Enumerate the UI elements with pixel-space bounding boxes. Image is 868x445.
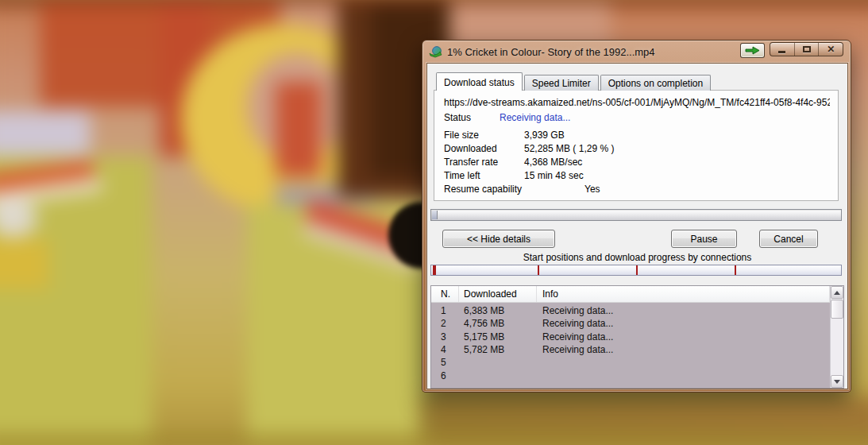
tab-options-on-completion[interactable]: Options on completion (600, 75, 711, 91)
detail-rows: File size 3,939 GB Downloaded 52,285 MB … (444, 128, 830, 195)
status-value: Receiving data... (500, 112, 570, 123)
scrollbar-track[interactable] (831, 319, 843, 375)
column-header-downloaded[interactable]: Downloaded (459, 286, 537, 302)
table-body: 1 6,383 MB Receiving data... 2 4,756 MB … (431, 303, 830, 382)
transfer-rate-value: 4,368 MB/sec (524, 157, 582, 168)
download-url: https://dve-streams.akamaized.net/ns-005… (444, 97, 830, 110)
minimize-icon (778, 51, 785, 53)
row-downloaded: 6,383 MB (459, 305, 537, 316)
hide-details-button[interactable]: << Hide details (442, 230, 555, 248)
tab-download-status[interactable]: Download status (436, 72, 523, 91)
downloaded-value: 52,285 MB ( 1,29 % ) (524, 143, 614, 154)
background-shape (0, 0, 868, 2)
download-details-pane: https://dve-streams.akamaized.net/ns-005… (434, 90, 839, 201)
connection-row-1[interactable]: 1 6,383 MB Receiving data... (431, 304, 830, 317)
file-size-label: File size (444, 130, 524, 141)
connection-start-marker (538, 265, 539, 275)
connection-row-5[interactable]: 5 (431, 356, 830, 369)
scroll-up-button[interactable] (831, 286, 843, 299)
downloaded-label: Downloaded (444, 143, 524, 154)
dialog-client-area: Download status Speed Limiter Options on… (426, 63, 848, 389)
status-row: Status Receiving data... (444, 110, 830, 124)
row-downloaded: 4,756 MB (459, 318, 537, 329)
idm-app-icon (429, 45, 442, 58)
idm-tray-arrow-button[interactable] (740, 43, 765, 58)
connections-caption: Start positions and download progress by… (427, 252, 847, 263)
background-shape (276, 82, 321, 177)
close-button[interactable]: ✕ (818, 43, 843, 56)
resume-capability-value: Yes (584, 184, 600, 195)
row-number: 6 (431, 370, 459, 381)
resume-capability-label: Resume capability (444, 184, 524, 195)
row-downloaded: 5,175 MB (459, 331, 537, 342)
background-shape (0, 239, 48, 288)
connection-start-marker (636, 265, 638, 275)
row-info: Receiving data... (537, 305, 830, 316)
connection-start-marker (735, 265, 736, 275)
connections-bar (430, 265, 842, 276)
connection-row-4[interactable]: 4 5,782 MB Receiving data... (431, 343, 830, 356)
row-downloaded: 5,782 MB (459, 344, 537, 355)
background-shape (0, 434, 868, 445)
transfer-rate-label: Transfer rate (444, 157, 524, 168)
row-number: 4 (431, 344, 459, 355)
table-header: N. Downloaded Info (431, 286, 830, 303)
download-progress-bar (430, 209, 842, 221)
time-left-row: Time left 15 min 48 sec (444, 168, 830, 182)
titlebar[interactable]: 1% Cricket in Colour- Story of the 1992.… (422, 41, 851, 63)
scrollbar-thumb[interactable] (831, 300, 843, 319)
tab-strip: Download status Speed Limiter Options on… (436, 72, 711, 91)
progress-fill (432, 211, 438, 219)
scroll-down-icon (834, 380, 840, 384)
table-scrollbar (830, 286, 843, 388)
file-size-value: 3,939 GB (524, 130, 565, 141)
row-info: Receiving data... (537, 331, 830, 342)
time-left-value: 15 min 48 sec (524, 170, 584, 181)
row-info: Receiving data... (537, 344, 830, 355)
connection-row-3[interactable]: 3 5,175 MB Receiving data... (431, 331, 830, 343)
transfer-rate-row: Transfer rate 4,368 MB/sec (444, 155, 830, 168)
idm-download-window: 1% Cricket in Colour- Story of the 1992.… (422, 40, 851, 393)
pause-button[interactable]: Pause (671, 230, 737, 248)
connection-row-6[interactable]: 6 (431, 369, 830, 381)
row-number: 2 (431, 318, 459, 329)
close-icon: ✕ (827, 44, 835, 54)
column-header-n[interactable]: N. (431, 286, 459, 302)
minimize-button[interactable] (770, 43, 794, 56)
connections-table-main: N. Downloaded Info 1 6,383 MB Receiving … (431, 286, 830, 388)
window-controls: ✕ (770, 42, 843, 56)
connections-table: N. Downloaded Info 1 6,383 MB Receiving … (430, 285, 844, 389)
window-title: 1% Cricket in Colour- Story of the 1992.… (447, 46, 655, 58)
connection-start-marker (433, 265, 436, 275)
column-header-info[interactable]: Info (537, 286, 830, 302)
row-number: 5 (431, 357, 459, 368)
downloaded-row: Downloaded 52,285 MB ( 1,29 % ) (444, 141, 830, 155)
green-arrow-icon (745, 46, 761, 55)
maximize-button[interactable] (794, 43, 819, 56)
connection-row-2[interactable]: 2 4,756 MB Receiving data... (431, 317, 830, 330)
tab-speed-limiter[interactable]: Speed Limiter (524, 75, 599, 91)
status-label: Status (444, 112, 500, 123)
row-number: 3 (431, 331, 459, 342)
row-number: 1 (431, 305, 459, 316)
scroll-up-icon (834, 291, 840, 295)
resume-capability-row: Resume capability Yes (444, 182, 830, 195)
file-size-row: File size 3,939 GB (444, 128, 830, 141)
maximize-icon (803, 46, 811, 52)
row-info: Receiving data... (537, 318, 830, 329)
scroll-down-button[interactable] (831, 375, 843, 388)
screen: 1% Cricket in Colour- Story of the 1992.… (0, 0, 868, 445)
time-left-label: Time left (444, 170, 524, 181)
cancel-button[interactable]: Cancel (759, 230, 818, 248)
